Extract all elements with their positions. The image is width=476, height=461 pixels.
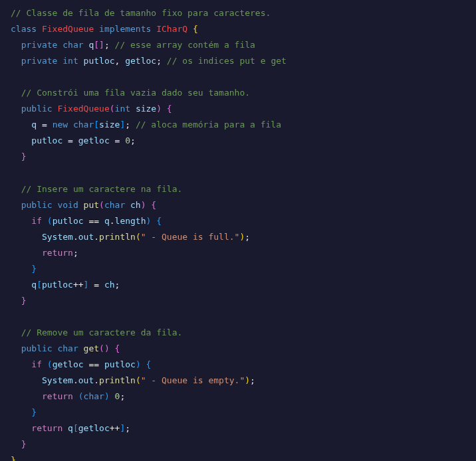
code-line: q = new char[size]; // aloca memória par… <box>11 117 465 133</box>
code-line: putloc = getloc = 0; <box>11 133 465 149</box>
code-line: q[putloc++] = ch; <box>11 277 465 293</box>
code-line: } <box>11 293 465 309</box>
code-line: } <box>11 261 465 277</box>
code-line: private char q[]; // esse array contém a… <box>11 37 465 53</box>
code-line: // Constrói uma fila vazia dado seu tama… <box>11 85 465 101</box>
code-line <box>11 309 465 325</box>
code-line: } <box>11 149 465 165</box>
code-line: System.out.println(" - Queue is full."); <box>11 229 465 245</box>
code-line: return; <box>11 245 465 261</box>
code-line: public FixedQueue(int size) { <box>11 101 465 117</box>
code-line: } <box>11 452 465 461</box>
code-line: if (getloc == putloc) { <box>11 357 465 373</box>
code-line: // Classe de fila de tamanho fixo para c… <box>11 5 465 21</box>
code-line: } <box>11 436 465 452</box>
code-line: if (putloc == q.length) { <box>11 213 465 229</box>
code-line: class FixedQueue implements ICharQ { <box>11 21 465 37</box>
code-line <box>11 69 465 85</box>
code-line: // Insere um caractere na fila. <box>11 181 465 197</box>
code-line: return q[getloc++]; <box>11 420 465 436</box>
code-line: public char get() { <box>11 341 465 357</box>
code-line: // Remove um caractere da fila. <box>11 325 465 341</box>
code-editor[interactable]: // Classe de fila de tamanho fixo para c… <box>11 5 465 461</box>
code-line: } <box>11 405 465 420</box>
code-line: public void put(char ch) { <box>11 197 465 213</box>
comment: // Classe de fila de tamanho fixo para c… <box>11 8 271 18</box>
code-line <box>11 165 465 181</box>
code-line: private int putloc, getloc; // os indice… <box>11 53 465 69</box>
code-line: return (char) 0; <box>11 389 465 405</box>
code-line: System.out.println(" - Queue is empty.")… <box>11 373 465 389</box>
